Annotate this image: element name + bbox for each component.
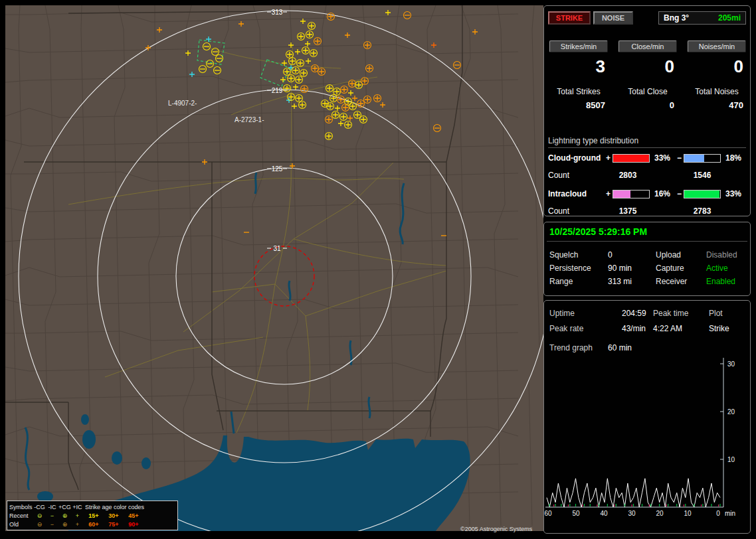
strike-symbol — [298, 33, 305, 40]
bearing-range-display: Bng 3° 205mi — [658, 11, 746, 25]
cloud-ground-counts: Count 2803 1546 — [544, 171, 751, 180]
storm-cell-label: L-4907-2- — [168, 100, 197, 107]
strike-symbol — [364, 96, 371, 104]
cg-positive-count: 2803 — [608, 171, 648, 180]
squelch-value: 0 — [608, 250, 613, 260]
strike-symbol — [302, 47, 310, 54]
capture-label: Capture — [656, 264, 684, 273]
trend-x-tick: 20 — [656, 510, 664, 517]
strike-symbol — [360, 116, 367, 123]
peak-rate-value: 43/min — [622, 324, 646, 333]
strike-symbol — [286, 51, 294, 58]
strike-symbol — [288, 75, 295, 82]
total-strikes-label: Total Strikes — [544, 87, 613, 96]
plot-value: Strike — [709, 324, 729, 333]
trend-x-unit: min — [725, 510, 735, 517]
range-label: Range — [549, 277, 573, 286]
datetime-display: 10/25/2025 5:29:16 PM — [549, 226, 647, 237]
intracloud-label: Intracloud — [548, 189, 604, 198]
map-canvas[interactable]: 31321912531L-4907-2-A-2723-1- — [5, 5, 543, 531]
noises-per-min-button[interactable]: Noises/min — [688, 40, 746, 52]
ring-distance-label: 219 — [272, 87, 283, 94]
peak-time-value: 4:22 AM — [653, 324, 682, 333]
cloud-ground-label: Cloud-ground — [548, 153, 604, 163]
strike-symbol — [297, 60, 304, 67]
ic-negative-bar — [684, 190, 721, 198]
strike-symbol — [345, 121, 352, 129]
intracloud-row: Intracloud + 16% − 33% — [548, 189, 746, 198]
receiver-label: Receiver — [656, 277, 687, 286]
intracloud-counts: Count 1375 2783 — [544, 206, 751, 216]
strike-symbol — [284, 68, 291, 76]
strike-symbol — [337, 96, 345, 104]
strike-stats-panel: STRIKE NOISE Bng 3° 205mi Strikes/min Cl… — [543, 5, 751, 216]
strike-symbol — [318, 68, 326, 76]
total-strikes-value: 8507 — [544, 100, 613, 110]
trend-y-tick: 20 — [727, 408, 735, 416]
trend-y-tick: 30 — [727, 360, 735, 368]
strike-symbol — [364, 42, 371, 49]
strike-symbol — [292, 67, 300, 74]
close-per-min-button[interactable]: Close/min — [618, 40, 677, 52]
ic-positive-bar — [613, 190, 650, 198]
strike-symbol-glyph: ⊖ — [33, 521, 46, 528]
persistence-value: 90 min — [608, 264, 632, 273]
strike-symbol — [333, 88, 341, 96]
persistence-label: Persistence — [549, 264, 591, 273]
negative-sign: − — [675, 189, 684, 198]
ring-distance-label: 125 — [272, 165, 283, 173]
strike-symbol — [296, 76, 303, 84]
cg-negative-bar — [684, 154, 721, 163]
strike-symbol — [310, 50, 318, 57]
noises-per-min-value: 0 — [682, 56, 751, 77]
count-label: Count — [548, 206, 569, 216]
trend-x-tick: 40 — [600, 510, 608, 517]
age-code: 15+ — [84, 512, 104, 519]
ring-distance-label: 313 — [272, 9, 283, 16]
age-code: 60+ — [84, 521, 104, 528]
age-code: 75+ — [104, 521, 124, 528]
plot-label: Plot — [709, 309, 723, 318]
strike-symbol-glyph: ⊕ — [58, 521, 71, 528]
cg-positive-bar — [613, 154, 650, 163]
strike-symbol — [357, 100, 365, 108]
trend-x-tick: 10 — [684, 510, 692, 517]
map-legend: Symbols-CG-IC+CG+ICStrike age color code… — [7, 501, 178, 530]
count-label: Count — [548, 171, 569, 180]
distribution-title: Lightning type distribution — [548, 136, 746, 148]
strike-symbol — [314, 38, 322, 45]
trend-x-tick: 0 — [716, 510, 720, 517]
strike-symbol — [308, 23, 316, 30]
trend-line — [547, 479, 720, 507]
trend-graph: 3020106050403020100min — [544, 356, 751, 524]
strike-symbol-glyph: ⊕ — [58, 512, 71, 519]
total-close-label: Total Close — [613, 87, 682, 96]
age-code: 45+ — [124, 512, 143, 519]
strike-symbol — [306, 31, 314, 38]
trend-window-value: 60 min — [608, 343, 632, 352]
cg-positive-percent: 33% — [650, 153, 675, 163]
strike-symbol — [284, 85, 291, 92]
ic-negative-percent: 33% — [721, 189, 746, 198]
trend-x-tick: 30 — [628, 510, 636, 517]
strike-symbol-glyph: + — [71, 512, 84, 519]
age-code: 90+ — [124, 521, 143, 528]
trend-panel: Uptime 204:59 Peak time Plot Peak rate 4… — [543, 300, 751, 534]
strike-symbol-glyph: − — [46, 521, 58, 528]
lightning-map[interactable]: 31321912531L-4907-2-A-2723-1- Symbols-CG… — [5, 5, 543, 531]
cg-negative-count: 1546 — [682, 171, 722, 180]
strike-symbol — [330, 95, 337, 102]
strike-symbol — [299, 102, 306, 109]
strikes-per-min-button[interactable]: Strikes/min — [549, 40, 608, 52]
uptime-label: Uptime — [549, 309, 575, 318]
strike-symbol — [300, 70, 308, 77]
noise-toggle-button[interactable]: NOISE — [593, 11, 633, 25]
strike-symbol — [340, 114, 347, 121]
strike-symbol-glyph: − — [46, 512, 58, 519]
legend-column-header: +CG — [58, 504, 71, 510]
strike-toggle-button[interactable]: STRIKE — [548, 11, 591, 25]
copyright-text: ©2005 Astrogenic Systems — [460, 526, 532, 532]
storm-cell-label: A-2723-1- — [235, 116, 264, 123]
strike-symbol — [288, 94, 295, 101]
squelch-label: Squelch — [549, 250, 578, 260]
